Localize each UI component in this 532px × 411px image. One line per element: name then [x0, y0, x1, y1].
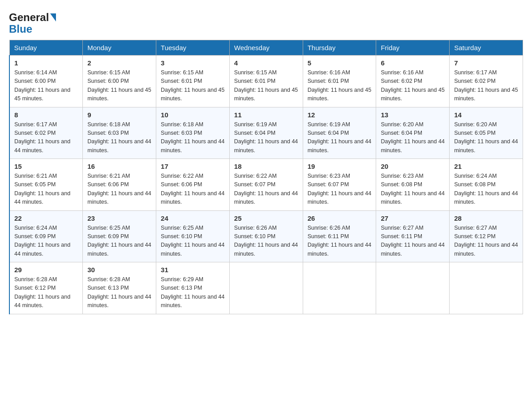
calendar-cell: 26Sunrise: 6:26 AMSunset: 6:11 PMDayligh… [303, 210, 376, 262]
calendar-cell: 16Sunrise: 6:21 AMSunset: 6:06 PMDayligh… [83, 159, 156, 211]
day-number: 28 [454, 214, 518, 222]
day-number: 27 [381, 214, 445, 222]
day-number: 1 [14, 59, 78, 67]
calendar-week-row: 8Sunrise: 6:17 AMSunset: 6:02 PMDaylight… [9, 107, 523, 159]
day-number: 21 [454, 163, 518, 170]
weekday-header-wednesday: Wednesday [229, 40, 303, 56]
day-number: 23 [87, 214, 151, 222]
logo-general-part: General [9, 11, 49, 24]
day-info: Sunrise: 6:21 AMSunset: 6:05 PMDaylight:… [14, 172, 78, 207]
day-info: Sunrise: 6:23 AMSunset: 6:07 PMDaylight:… [308, 172, 372, 207]
logo-triangle-icon [50, 13, 56, 21]
day-info: Sunrise: 6:20 AMSunset: 6:05 PMDaylight:… [454, 120, 518, 155]
day-info: Sunrise: 6:18 AMSunset: 6:03 PMDaylight:… [87, 120, 151, 155]
calendar-cell: 20Sunrise: 6:23 AMSunset: 6:08 PMDayligh… [376, 159, 450, 211]
day-info: Sunrise: 6:21 AMSunset: 6:06 PMDaylight:… [87, 172, 151, 207]
calendar-cell: 5Sunrise: 6:16 AMSunset: 6:01 PMDaylight… [303, 56, 376, 107]
day-number: 16 [87, 163, 151, 170]
day-info: Sunrise: 6:16 AMSunset: 6:02 PMDaylight:… [381, 68, 445, 103]
day-number: 10 [161, 111, 225, 119]
day-info: Sunrise: 6:23 AMSunset: 6:08 PMDaylight:… [381, 172, 445, 207]
calendar-cell: 6Sunrise: 6:16 AMSunset: 6:02 PMDaylight… [376, 56, 450, 107]
calendar-header-row: SundayMondayTuesdayWednesdayThursdayFrid… [9, 40, 523, 56]
page-header: General Blue [9, 9, 523, 35]
day-number: 30 [87, 266, 151, 274]
day-info: Sunrise: 6:19 AMSunset: 6:04 PMDaylight:… [308, 120, 372, 155]
calendar-week-row: 22Sunrise: 6:24 AMSunset: 6:09 PMDayligh… [9, 210, 523, 262]
day-number: 24 [161, 214, 225, 222]
day-number: 20 [381, 163, 445, 170]
day-number: 2 [87, 59, 151, 67]
day-info: Sunrise: 6:15 AMSunset: 6:01 PMDaylight:… [161, 68, 225, 103]
day-number: 31 [161, 266, 225, 274]
day-number: 9 [87, 111, 151, 119]
weekday-header-sunday: Sunday [9, 40, 83, 56]
day-number: 14 [454, 111, 518, 119]
day-number: 8 [14, 111, 78, 119]
day-info: Sunrise: 6:24 AMSunset: 6:08 PMDaylight:… [454, 172, 518, 207]
day-number: 4 [234, 59, 298, 67]
calendar-cell: 18Sunrise: 6:22 AMSunset: 6:07 PMDayligh… [229, 159, 303, 211]
day-number: 22 [14, 214, 78, 222]
calendar-cell: 17Sunrise: 6:22 AMSunset: 6:06 PMDayligh… [156, 159, 230, 211]
day-info: Sunrise: 6:18 AMSunset: 6:03 PMDaylight:… [161, 120, 225, 155]
calendar-cell: 7Sunrise: 6:17 AMSunset: 6:02 PMDaylight… [450, 56, 523, 107]
calendar-cell: 9Sunrise: 6:18 AMSunset: 6:03 PMDaylight… [83, 107, 156, 159]
calendar-cell: 14Sunrise: 6:20 AMSunset: 6:05 PMDayligh… [450, 107, 523, 159]
day-number: 15 [14, 163, 78, 170]
logo: General Blue [9, 9, 57, 35]
calendar-week-row: 15Sunrise: 6:21 AMSunset: 6:05 PMDayligh… [9, 159, 523, 211]
day-info: Sunrise: 6:29 AMSunset: 6:13 PMDaylight:… [161, 275, 225, 310]
day-info: Sunrise: 6:25 AMSunset: 6:09 PMDaylight:… [87, 224, 151, 259]
calendar-cell: 10Sunrise: 6:18 AMSunset: 6:03 PMDayligh… [156, 107, 230, 159]
day-info: Sunrise: 6:15 AMSunset: 6:01 PMDaylight:… [234, 68, 298, 103]
weekday-header-saturday: Saturday [450, 40, 523, 56]
day-number: 17 [161, 163, 225, 170]
logo-blue-part: Blue [9, 23, 57, 35]
day-info: Sunrise: 6:14 AMSunset: 6:00 PMDaylight:… [14, 68, 78, 103]
calendar-cell: 23Sunrise: 6:25 AMSunset: 6:09 PMDayligh… [83, 210, 156, 262]
calendar-cell: 11Sunrise: 6:19 AMSunset: 6:04 PMDayligh… [229, 107, 303, 159]
day-info: Sunrise: 6:24 AMSunset: 6:09 PMDaylight:… [14, 224, 78, 259]
calendar-cell: 15Sunrise: 6:21 AMSunset: 6:05 PMDayligh… [9, 159, 83, 211]
day-info: Sunrise: 6:19 AMSunset: 6:04 PMDaylight:… [234, 120, 298, 155]
day-number: 5 [308, 59, 372, 67]
calendar-cell: 12Sunrise: 6:19 AMSunset: 6:04 PMDayligh… [303, 107, 376, 159]
weekday-header-friday: Friday [376, 40, 450, 56]
calendar-cell: 27Sunrise: 6:27 AMSunset: 6:11 PMDayligh… [376, 210, 450, 262]
weekday-header-monday: Monday [83, 40, 156, 56]
day-info: Sunrise: 6:25 AMSunset: 6:10 PMDaylight:… [161, 224, 225, 259]
day-number: 7 [454, 59, 518, 67]
calendar-cell: 22Sunrise: 6:24 AMSunset: 6:09 PMDayligh… [9, 210, 83, 262]
calendar-cell [376, 262, 450, 314]
calendar-cell: 1Sunrise: 6:14 AMSunset: 6:00 PMDaylight… [9, 56, 83, 107]
day-info: Sunrise: 6:28 AMSunset: 6:12 PMDaylight:… [14, 275, 78, 310]
day-info: Sunrise: 6:22 AMSunset: 6:07 PMDaylight:… [234, 172, 298, 207]
day-info: Sunrise: 6:27 AMSunset: 6:11 PMDaylight:… [381, 224, 445, 259]
calendar-cell: 19Sunrise: 6:23 AMSunset: 6:07 PMDayligh… [303, 159, 376, 211]
calendar-cell: 13Sunrise: 6:20 AMSunset: 6:04 PMDayligh… [376, 107, 450, 159]
day-number: 29 [14, 266, 78, 274]
calendar-cell [303, 262, 376, 314]
day-number: 3 [161, 59, 225, 67]
day-info: Sunrise: 6:22 AMSunset: 6:06 PMDaylight:… [161, 172, 225, 207]
calendar-cell: 31Sunrise: 6:29 AMSunset: 6:13 PMDayligh… [156, 262, 230, 314]
calendar-cell: 8Sunrise: 6:17 AMSunset: 6:02 PMDaylight… [9, 107, 83, 159]
day-info: Sunrise: 6:26 AMSunset: 6:10 PMDaylight:… [234, 224, 298, 259]
calendar-cell: 3Sunrise: 6:15 AMSunset: 6:01 PMDaylight… [156, 56, 230, 107]
calendar-table: SundayMondayTuesdayWednesdayThursdayFrid… [9, 40, 523, 314]
day-number: 12 [308, 111, 372, 119]
day-number: 19 [308, 163, 372, 170]
calendar-cell: 25Sunrise: 6:26 AMSunset: 6:10 PMDayligh… [229, 210, 303, 262]
day-number: 6 [381, 59, 445, 67]
day-info: Sunrise: 6:20 AMSunset: 6:04 PMDaylight:… [381, 120, 445, 155]
day-number: 11 [234, 111, 298, 119]
calendar-cell: 2Sunrise: 6:15 AMSunset: 6:00 PMDaylight… [83, 56, 156, 107]
logo-combined: General [9, 11, 57, 24]
day-info: Sunrise: 6:28 AMSunset: 6:13 PMDaylight:… [87, 275, 151, 310]
calendar-cell: 21Sunrise: 6:24 AMSunset: 6:08 PMDayligh… [450, 159, 523, 211]
day-info: Sunrise: 6:17 AMSunset: 6:02 PMDaylight:… [454, 68, 518, 103]
day-number: 25 [234, 214, 298, 222]
day-number: 26 [308, 214, 372, 222]
calendar-cell: 30Sunrise: 6:28 AMSunset: 6:13 PMDayligh… [83, 262, 156, 314]
